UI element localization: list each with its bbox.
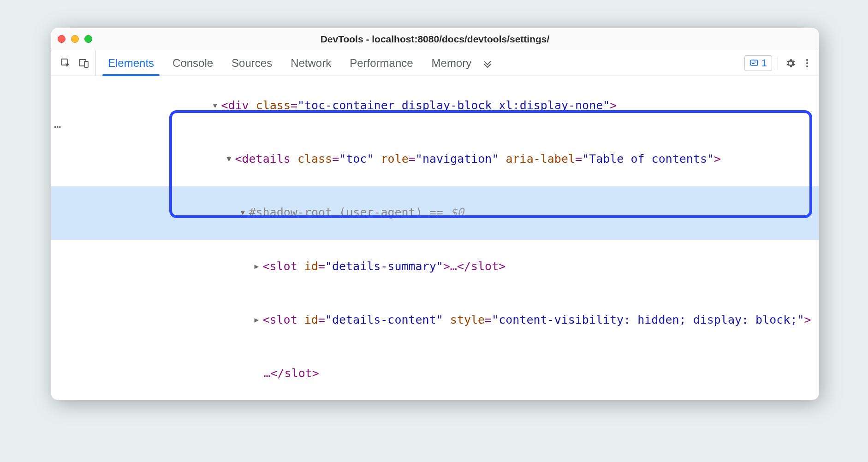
- settings-gear-icon[interactable]: [784, 56, 797, 70]
- gutter-overflow-icon: ⋯: [54, 118, 62, 136]
- main-toolbar: Elements Console Sources Network Perform…: [51, 50, 819, 76]
- minimize-window-button[interactable]: [71, 35, 79, 43]
- issues-count: 1: [761, 57, 767, 69]
- tab-memory[interactable]: Memory: [422, 50, 481, 76]
- dom-node-details-toc[interactable]: <details class="toc" role="navigation" a…: [51, 132, 819, 186]
- svg-rect-2: [84, 61, 88, 67]
- dom-gutter: ⋯: [51, 76, 67, 400]
- zoom-window-button[interactable]: [84, 35, 92, 43]
- dom-tree[interactable]: ⋯ <div class="toc-container display-bloc…: [51, 76, 819, 400]
- svg-rect-3: [750, 60, 757, 65]
- dom-node-shadow-root[interactable]: #shadow-root (user-agent) == $0: [51, 186, 819, 240]
- dom-node-slot-details-summary[interactable]: <slot id="details-summary">…</slot>: [51, 240, 819, 293]
- tab-sources[interactable]: Sources: [222, 50, 281, 76]
- window-title: DevTools - localhost:8080/docs/devtools/…: [51, 34, 819, 45]
- window-controls: [58, 35, 92, 43]
- svg-point-5: [806, 62, 808, 64]
- inspect-element-icon[interactable]: [59, 56, 72, 70]
- tab-performance[interactable]: Performance: [340, 50, 422, 76]
- window: DevTools - localhost:8080/docs/devtools/…: [51, 28, 819, 400]
- svg-point-6: [806, 65, 808, 67]
- tab-network[interactable]: Network: [281, 50, 340, 76]
- dom-node-div-toc-container[interactable]: <div class="toc-container display-block …: [51, 79, 819, 132]
- svg-point-4: [806, 59, 808, 61]
- close-window-button[interactable]: [58, 35, 65, 43]
- dom-node-slot-details-content[interactable]: <slot id="details-content" style="conten…: [51, 293, 819, 347]
- issues-button[interactable]: 1: [744, 55, 772, 71]
- titlebar: DevTools - localhost:8080/docs/devtools/…: [51, 28, 819, 50]
- device-toolbar-icon[interactable]: [77, 56, 91, 70]
- dom-node-slot-details-content-close[interactable]: …</slot>: [51, 347, 819, 400]
- tab-console[interactable]: Console: [163, 50, 222, 76]
- kebab-menu-icon[interactable]: [800, 56, 814, 70]
- more-tabs-icon[interactable]: [481, 56, 494, 70]
- tab-elements[interactable]: Elements: [99, 50, 163, 76]
